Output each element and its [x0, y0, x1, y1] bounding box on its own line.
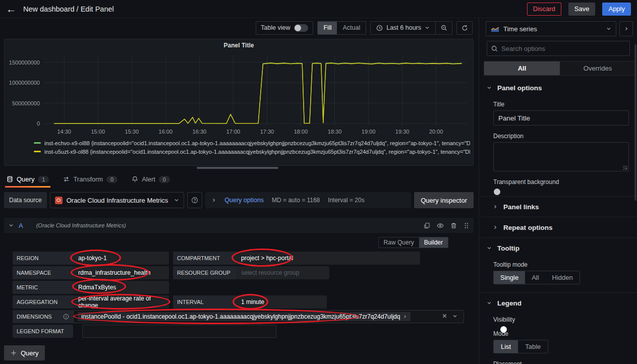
legend-format-input[interactable] [82, 325, 276, 338]
tooltip-mode-all[interactable]: All [525, 271, 545, 284]
title-label: Title [493, 101, 629, 108]
drag-handle-icon[interactable] [464, 222, 469, 229]
legend-header[interactable]: Legend [480, 293, 637, 313]
compartment-value[interactable]: project > hpc-portal [236, 252, 298, 265]
panel-links-section: Panel links [480, 197, 637, 217]
apply-button[interactable]: Apply [602, 3, 631, 16]
legend-item[interactable]: inst-echvo-x9-ol88 {instancepoolid="ocid… [34, 139, 470, 147]
raw-query-button[interactable]: Raw Query [379, 237, 419, 248]
chevron-down-icon [487, 85, 492, 90]
table-view-label: Table view [261, 24, 290, 31]
fill-actual-group: Fill Actual [317, 21, 366, 35]
chevron-down-icon [425, 25, 430, 30]
tab-overrides[interactable]: Overrides [560, 62, 635, 75]
timeseries-chart[interactable]: 14:3015:0015:3016:0016:3017:0017:3018:00… [5, 50, 473, 138]
table-view-toggle-group[interactable]: Table view [256, 21, 313, 35]
sidebar-scrollbar[interactable] [634, 44, 636, 201]
info-circle-icon[interactable] [63, 314, 69, 320]
panel-title-input[interactable] [493, 110, 629, 126]
transparent-background-label: Transparent background [493, 178, 629, 186]
legend-format-field: LEGEND FORMAT [13, 325, 73, 338]
clear-dimensions-icon[interactable] [442, 313, 447, 320]
metric-value[interactable]: RdmaTxBytes [73, 281, 121, 294]
refresh-button[interactable] [456, 21, 473, 35]
min-interval: Interval = 20s [328, 197, 364, 204]
legend-horizontal-scrollbar[interactable] [4, 166, 474, 170]
tab-transform-label: Transform [73, 175, 103, 183]
svg-text:17:30: 17:30 [260, 129, 274, 135]
query-editor-header[interactable]: A (Oracle Cloud Infrastructure Metrics) [4, 218, 474, 233]
tooltip-mode-single[interactable]: Single [494, 271, 525, 284]
max-data-points: MD = auto = 1168 [272, 197, 320, 204]
datasource-picker[interactable]: Oracle Cloud Infrastructure Metrics [50, 192, 185, 208]
visualization-picker[interactable]: Time series [486, 21, 616, 36]
region-value[interactable]: ap-tokyo-1 [73, 252, 112, 265]
refresh-icon [461, 25, 468, 31]
query-options-link[interactable]: Query options [224, 197, 264, 204]
discard-button[interactable]: Discard [527, 3, 561, 16]
options-search-input[interactable] [501, 45, 625, 52]
dimensions-field[interactable]: DIMENSIONS instancePoolId - ocid1.instan… [13, 310, 464, 323]
panel-options-header[interactable]: Panel options [480, 78, 637, 98]
resource-group-field[interactable]: RESOURCE GROUP select resource group [173, 266, 329, 279]
builder-button[interactable]: Builder [419, 237, 448, 248]
query-ref-id: A [19, 222, 23, 229]
compartment-field[interactable]: COMPARTMENT project > hpc-portal [173, 252, 420, 265]
namespace-value[interactable]: rdma_infrastructure_health [73, 266, 155, 279]
interval-value[interactable]: 1 minute [236, 295, 269, 309]
metric-field[interactable]: METRIC RdmaTxBytes [13, 281, 169, 294]
description-textarea[interactable] [493, 142, 629, 171]
collapse-options-button[interactable] [619, 21, 633, 36]
interval-field[interactable]: INTERVAL 1 minute [173, 295, 327, 309]
panel-links-header[interactable]: Panel links [480, 197, 637, 217]
query-inspector-button[interactable]: Query inspector [414, 192, 474, 208]
collapse-chevron-icon[interactable] [9, 223, 14, 228]
chevron-down-icon[interactable] [452, 313, 457, 320]
region-field[interactable]: REGION ap-tokyo-1 [13, 252, 169, 265]
legend-mode-label: Mode [493, 330, 629, 337]
chevron-down-icon [606, 26, 611, 31]
fill-button[interactable]: Fill [318, 22, 337, 34]
tooltip-header[interactable]: Tooltip [480, 238, 637, 258]
tab-transform[interactable]: Transform 0 [62, 171, 119, 188]
tab-query[interactable]: Query 1 [5, 171, 50, 188]
plus-icon [11, 350, 17, 356]
tab-alert-label: Alert [142, 175, 155, 183]
legend-label: inst-echvo-x9-ol88 {instancepoolid="ocid… [44, 140, 470, 146]
options-search[interactable] [487, 41, 630, 56]
svg-text:1000000000: 1000000000 [9, 80, 40, 86]
database-icon [7, 176, 13, 183]
table-view-switch[interactable] [294, 24, 308, 32]
tooltip-mode-hidden[interactable]: Hidden [546, 271, 580, 284]
svg-text:16:00: 16:00 [159, 129, 173, 135]
dimensions-label: DIMENSIONS [13, 310, 73, 323]
zoom-out-button[interactable] [436, 22, 452, 34]
delete-query-trash-icon[interactable] [450, 222, 457, 229]
chart-legend: inst-echvo-x9-ol88 {instancepoolid="ocid… [5, 138, 473, 156]
repeat-options-header[interactable]: Repeat options [480, 217, 637, 237]
datasource-help-button[interactable] [187, 192, 202, 208]
tab-all-options[interactable]: All [484, 62, 560, 75]
aggregation-label: AGGREGATION [13, 295, 73, 309]
save-button[interactable]: Save [568, 3, 596, 16]
chevron-right-icon [403, 315, 407, 319]
aggregation-value[interactable]: per-interval average rate of change [73, 295, 169, 309]
resource-group-placeholder[interactable]: select resource group [236, 266, 304, 279]
aggregation-field[interactable]: AGGREGATION per-interval average rate of… [13, 295, 169, 309]
repeat-options-section: Repeat options [480, 217, 637, 238]
dimensions-select[interactable]: instancePoolId - ocid1.instancepool.oc1.… [73, 310, 464, 323]
tab-alert[interactable]: Alert 0 [130, 171, 171, 188]
namespace-field[interactable]: NAMESPACE rdma_infrastructure_health [13, 266, 169, 279]
time-range-picker[interactable]: Last 6 hours [371, 22, 435, 34]
legend-mode-list[interactable]: List [494, 340, 518, 353]
duplicate-query-icon[interactable] [424, 222, 430, 229]
dimension-chip[interactable]: instancePoolId - ocid1.instancepool.oc1.… [78, 312, 411, 321]
legend-item[interactable]: inst-u5uzt-x9-ol88 {instancepoolid="ocid… [34, 147, 470, 156]
legend-mode-table[interactable]: Table [518, 340, 548, 353]
actual-button[interactable]: Actual [337, 22, 366, 34]
hide-query-eye-icon[interactable] [437, 222, 444, 229]
search-icon [491, 45, 498, 52]
panel-title: Panel Title [5, 39, 473, 50]
add-query-button[interactable]: Query [4, 345, 45, 360]
back-arrow-icon[interactable]: ← [6, 4, 16, 14]
